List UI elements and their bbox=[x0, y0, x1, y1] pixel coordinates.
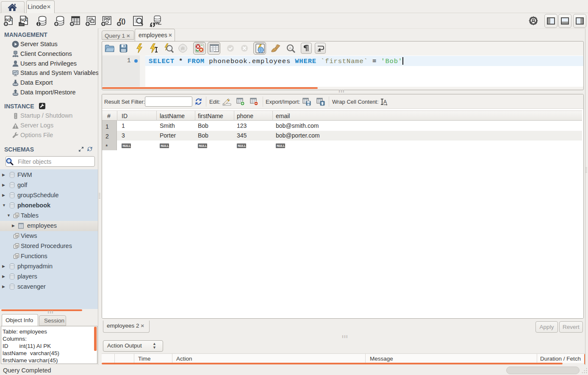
svg-text:(): () bbox=[122, 18, 126, 25]
svg-text:A: A bbox=[289, 46, 291, 50]
svg-text:SQL: SQL bbox=[20, 18, 28, 22]
svg-text:A: A bbox=[383, 99, 387, 105]
svg-text:SQL: SQL bbox=[5, 18, 13, 22]
